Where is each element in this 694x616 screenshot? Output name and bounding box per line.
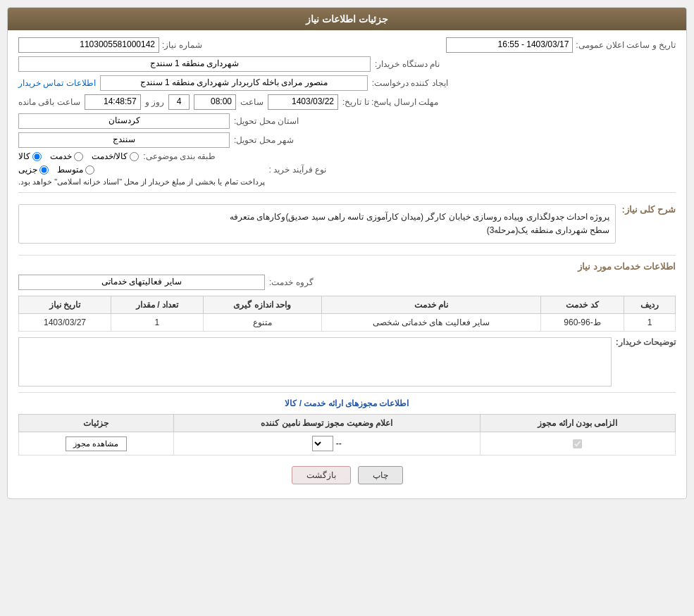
majoz-row: -- ∨ مشاهده مجوز [19,432,676,455]
cell-radif: 1 [624,314,675,332]
tawzih-textarea[interactable] [18,337,612,386]
shahr-label: شهر محل تحویل: [234,135,294,145]
khadamat-title: اطلاعات خدمات مورد نیاز [18,261,676,272]
farayand-jozi-radio[interactable] [39,165,49,175]
majoz-col-joziyat: جزئیات [19,415,174,432]
taarikh-elaan-value: 1403/03/17 - 16:55 [446,37,573,53]
farayand-jozi-label: جزیی [18,165,37,175]
majoz-elzami-checkbox [573,439,582,448]
khadamat-table: ردیف کد خدمت نام خدمت واحد اندازه گیری ت… [18,296,676,332]
majoz-table-section: الزامی بودن ارائه مجوز اعلام وضعیت مجوز … [18,414,676,455]
grohe-khadamat-label: گروه خدمت: [269,277,314,287]
farayand-note: پرداخت تمام یا بخشی از مبلغ خریدار از مح… [18,177,265,187]
tasnif-kala-khadamat[interactable]: کالا/خدمت [92,151,139,161]
ostan-label: استان محل تحویل: [234,116,299,126]
cell-naam: سایر فعالیت های خدماتی شخصی [321,314,541,332]
taarikh-elaan-label: تاریخ و ساعت اعلان عمومی: [576,40,676,50]
col-tedad: تعداد / مقدار [111,296,203,314]
farayand-label: نوع فرآیند خرید : [269,165,326,175]
tawzih-label: توضیحات خریدار: [616,337,676,347]
mohlat-saat-label: ساعت [240,97,264,107]
ostan-value: کردستان [18,113,230,129]
tasnif-label: طبقه بندی موضوعی: [143,151,216,161]
col-radif: ردیف [624,296,675,314]
ijad-konande-label: ایجاد کننده درخواست: [372,78,448,88]
tasnif-khadamat[interactable]: خدمت [50,151,83,161]
shomare-niaz-label: شماره نیاز: [162,40,202,50]
shahr-value: سنندج [18,132,230,148]
grohe-khadamat-value: سایر فعالیتهای خدماتی [18,275,265,290]
tasnif-khadamat-label: خدمت [50,151,72,161]
farayand-radio-group: متوسط جزیی [18,165,94,175]
tasnif-khadamat-radio[interactable] [74,152,83,161]
col-kod: کد خدمت [541,296,624,314]
farayand-mottavasset[interactable]: متوسط [57,165,94,175]
farayand-jozi[interactable]: جزیی [18,165,49,175]
majoz-elzami-cell [480,432,675,455]
cell-kod: ط-96-960 [541,314,624,332]
majoz-col-elam: اعلام وضعیت مجوز توسط نامین کننده [173,415,480,432]
mohlat-roz-label: روز و [145,97,164,107]
mohlat-date: 1403/03/22 [268,94,338,110]
cell-tarikh: 1403/03/27 [19,314,111,332]
farayand-mottavasset-radio[interactable] [85,165,94,175]
tasnif-kala[interactable]: کالا [18,151,42,161]
tamas-khardar-link[interactable]: اطلاعات تماس خریدار [18,78,96,88]
mohlat-mande-label: ساعت باقی مانده [18,97,80,107]
farayand-mottavasset-label: متوسط [57,165,83,175]
ijad-konande-value: منصور مرادی باخله کاربردار شهرداری منطقه… [100,75,368,91]
col-naam: نام خدمت [321,296,541,314]
tasnif-kala-khadamat-radio[interactable] [130,152,139,161]
majoz-joziyat-cell: مشاهده مجوز [19,432,174,455]
view-majoz-button[interactable]: مشاهده مجوز [66,436,126,451]
tasnif-kala-khadamat-label: کالا/خدمت [92,151,128,161]
print-button[interactable]: چاپ [358,466,403,484]
col-vahed: واحد اندازه گیری [203,296,321,314]
mohlat-saat: 08:00 [194,94,236,110]
mohlat-label: مهلت ارسال پاسخ: تا تاریخ: [342,97,438,107]
mohlat-mande: 14:48:57 [85,94,141,110]
sharh-text-line1: پروژه احداث جدولگذاری وپیاده روسازی خیاب… [25,210,609,224]
majoz-elam-select[interactable]: ∨ [312,436,333,451]
mohlat-roz: 4 [168,94,190,110]
majoz-table: الزامی بودن ارائه مجوز اعلام وضعیت مجوز … [18,414,676,455]
tasnif-radio-group: کالا/خدمت خدمت کالا [18,151,139,161]
back-button[interactable]: بازگشت [292,466,351,484]
nam-dastgah-value: شهرداری منطقه 1 سنندج [18,56,371,72]
majoz-title: اطلاعات مجوزهای ارائه خدمت / کالا [18,398,676,408]
majoz-elam-value: -- [336,439,342,448]
sharh-text-line2: سطح شهرداری منطقه یک(مرحله3) [25,224,609,237]
sharh-title: شرح کلی نیاز: [621,204,676,215]
table-row: 1 ط-96-960 سایر فعالیت های خدماتی شخصی م… [19,314,676,332]
khadamat-table-section: ردیف کد خدمت نام خدمت واحد اندازه گیری ت… [18,296,676,332]
col-tarikh: تاریخ نیاز [19,296,111,314]
shomare-niaz-value: 1103005581000142 [18,37,159,53]
cell-tedad: 1 [111,314,203,332]
tasnif-kala-label: کالا [18,151,30,161]
button-row: چاپ بازگشت [18,466,676,484]
tasnif-kala-radio[interactable] [32,152,42,161]
nam-dastgah-label: نام دستگاه خریدار: [375,59,440,69]
majoz-col-elzami: الزامی بودن ارائه مجوز [480,415,675,432]
cell-vahed: متنوع [203,314,321,332]
page-title: جزئیات اطلاعات نیاز [8,8,686,30]
majoz-elam-cell: -- ∨ [173,432,480,455]
